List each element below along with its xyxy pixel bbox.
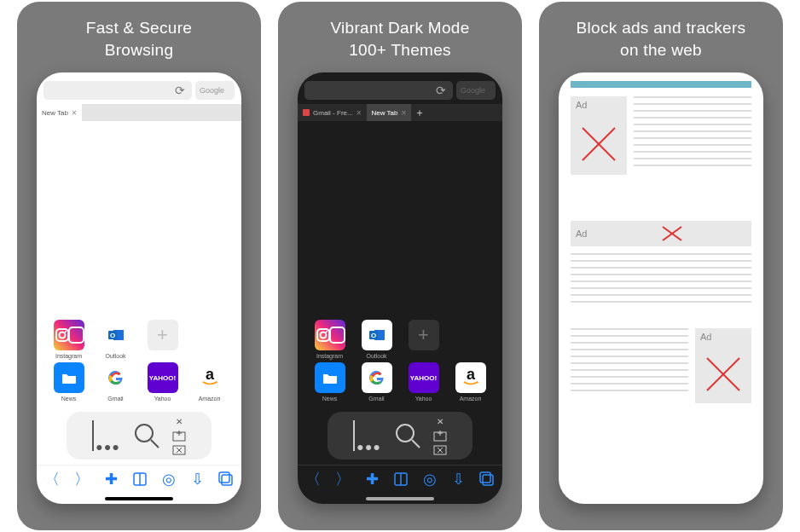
svg-rect-37 (480, 472, 490, 483)
url-field[interactable]: ⟳ (43, 81, 192, 100)
search-engine-field[interactable]: Google (456, 81, 496, 100)
bookmarks-icon[interactable] (393, 471, 409, 487)
shortcut-label: Outlook (105, 353, 125, 359)
new-tab-button[interactable]: ＋ (411, 104, 428, 121)
bottom-toolbar: 〈 〉 ✚ ◎ ⇩ (37, 465, 241, 497)
panel-title: Fast & SecureBrowsing (86, 17, 192, 61)
tab-label: Gmail - Fre... (313, 109, 353, 117)
type-url-button[interactable]: ••• (353, 420, 381, 451)
shortcut-label: News (322, 396, 338, 402)
panel-title: Block ads and trackerson the web (577, 17, 746, 61)
yahoo-icon: YAHOO! (148, 362, 178, 393)
shortcut-news[interactable]: News (49, 362, 89, 402)
phone-dark: ⟳ Google Gmail - Fre... × New Tab × ＋ (298, 72, 502, 504)
ad-label: Ad (571, 225, 592, 242)
ad-placeholder: Ad (695, 328, 751, 403)
shortcut-instagram[interactable]: Instagram (49, 320, 89, 359)
outlook-icon: O (101, 320, 131, 350)
add-tab-mini-icon[interactable] (433, 430, 447, 442)
forward-icon[interactable]: 〉 (74, 469, 90, 489)
refresh-icon[interactable]: ⟳ (436, 84, 446, 97)
new-tab-content: Instagram O Outlook + News (37, 121, 241, 504)
shortcut-gmail[interactable]: Gmail (357, 362, 397, 402)
plus-icon[interactable]: ✚ (105, 470, 118, 489)
outlook-icon: O (362, 320, 392, 350)
home-indicator (105, 497, 173, 500)
ad-placeholder: Ad (571, 96, 627, 175)
home-indicator (366, 497, 434, 500)
gmail-favicon-icon (303, 109, 310, 116)
download-icon[interactable]: ⇩ (452, 470, 465, 489)
phone-light: ⟳ Google New Tab × Instagram O (37, 72, 241, 504)
refresh-icon[interactable]: ⟳ (175, 84, 185, 97)
shortcut-outlook[interactable]: O Outlook (357, 320, 397, 359)
close-mini-icon[interactable]: ✕ (437, 417, 443, 426)
shortcut-instagram[interactable]: Instagram (310, 320, 350, 359)
close-tab-mini-icon[interactable] (433, 445, 447, 455)
shortcut-label: News (61, 396, 77, 402)
shortcut-outlook[interactable]: O Outlook (96, 320, 136, 359)
back-icon[interactable]: 〈 (44, 469, 60, 489)
shortcut-label: Instagram (55, 353, 82, 359)
close-mini-icon[interactable]: ✕ (176, 417, 183, 426)
shortcut-grid: Instagram O Outlook + News (298, 315, 502, 407)
close-icon[interactable]: × (402, 108, 407, 118)
tab-gmail[interactable]: Gmail - Fre... × (298, 104, 367, 121)
shortcut-label: Gmail (107, 396, 123, 402)
target-icon[interactable]: ◎ (423, 470, 437, 489)
tabs-icon[interactable] (218, 471, 234, 487)
forward-icon[interactable]: 〉 (335, 469, 351, 489)
bookmarks-icon[interactable] (132, 471, 148, 487)
svg-point-7 (136, 425, 153, 442)
phone-adblock: Ad Ad (559, 72, 763, 504)
adblock-demo-page: Ad Ad (559, 72, 763, 504)
quick-dock: ••• ✕ (328, 412, 472, 460)
search-engine-field[interactable]: Google (195, 81, 235, 100)
folder-icon (54, 362, 84, 393)
dock-extra[interactable]: ✕ (172, 417, 186, 455)
svg-line-8 (151, 440, 159, 448)
svg-rect-0 (56, 329, 68, 341)
shortcut-yahoo[interactable]: YAHOO! Yahoo (142, 362, 183, 402)
plus-icon[interactable]: ✚ (366, 470, 379, 489)
type-url-button[interactable]: ••• (92, 420, 120, 451)
dots-icon: ••• (357, 444, 381, 451)
caret-icon (92, 420, 94, 451)
search-button[interactable] (392, 420, 423, 451)
tab-new[interactable]: New Tab × (37, 104, 82, 121)
target-icon[interactable]: ◎ (162, 470, 176, 489)
shortcut-yahoo[interactable]: YAHOO! Yahoo (403, 362, 443, 402)
shortcut-gmail[interactable]: Gmail (96, 362, 136, 402)
shortcut-add[interactable]: + (142, 320, 183, 359)
address-bar: ⟳ Google (43, 81, 235, 100)
blocked-x-icon (571, 113, 627, 175)
plus-icon: + (409, 320, 439, 350)
add-tab-mini-icon[interactable] (172, 430, 186, 442)
quick-dock: ••• ✕ (67, 412, 212, 460)
shortcut-label: Amazon (460, 396, 482, 402)
shortcut-amazon[interactable]: a Amazon (189, 362, 229, 402)
shortcut-add[interactable]: + (403, 320, 443, 359)
download-icon[interactable]: ⇩ (191, 470, 204, 489)
ad-label: Ad (695, 328, 751, 345)
folder-icon (315, 362, 345, 393)
text-lines (571, 253, 751, 303)
svg-text:O: O (370, 332, 375, 339)
blocked-x-icon (592, 224, 751, 243)
close-icon[interactable]: × (357, 108, 362, 118)
shortcut-amazon[interactable]: a Amazon (450, 362, 490, 402)
tab-new[interactable]: New Tab × (367, 104, 412, 121)
shortcut-news[interactable]: News (310, 362, 350, 402)
shortcut-label: Yahoo (415, 396, 432, 402)
dock-extra[interactable]: ✕ (433, 417, 447, 455)
close-tab-mini-icon[interactable] (172, 445, 186, 455)
back-icon[interactable]: 〈 (305, 469, 321, 489)
search-button[interactable] (131, 420, 162, 451)
close-icon[interactable]: × (72, 108, 77, 118)
bottom-toolbar: 〈 〉 ✚ ◎ ⇩ (298, 465, 502, 497)
text-lines (571, 328, 688, 403)
url-field[interactable]: ⟳ (304, 81, 453, 100)
amazon-icon: a (455, 362, 486, 393)
tab-label: New Tab (42, 109, 68, 117)
tabs-icon[interactable] (479, 471, 495, 487)
